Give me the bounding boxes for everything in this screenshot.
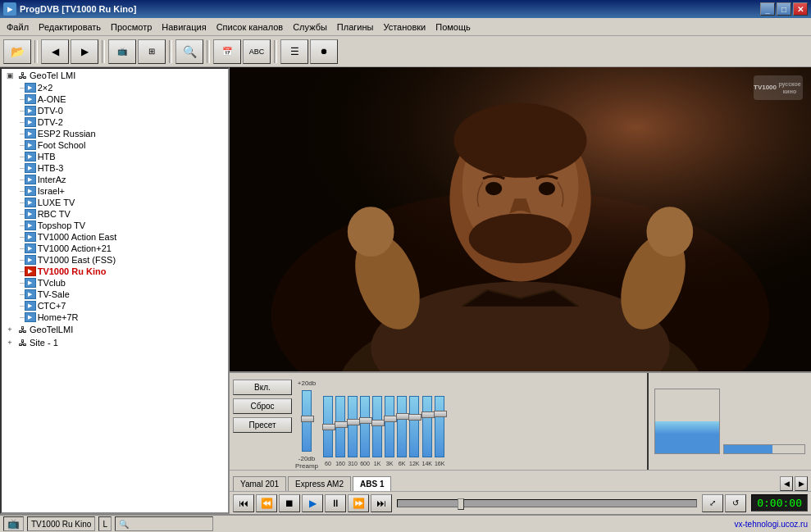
tree-item-israel[interactable]: ─ ▶ Israel+ <box>2 185 228 197</box>
maximize-button[interactable]: □ <box>777 2 791 16</box>
expand-icon-1: ▣ <box>3 70 16 81</box>
toolbar-btn-list[interactable]: ☰ <box>280 39 308 64</box>
toolbar-btn-video[interactable]: 📺 <box>108 39 136 64</box>
tree-item-ntv[interactable]: ─ ▶ НТВ <box>2 151 228 162</box>
eq-preset-button[interactable]: Пресет <box>233 417 292 433</box>
menu-settings[interactable]: Установки <box>378 20 431 34</box>
toolbar-btn-search[interactable]: 🔍 <box>175 39 203 64</box>
channel-icon-tvsale: ▶ <box>25 289 36 299</box>
tree-item-home7r[interactable]: ─ ▶ Home+7R <box>2 311 228 323</box>
tree-root-2[interactable]: + 🖧 GeoTelLMI <box>2 323 228 336</box>
close-button[interactable]: ✕ <box>793 2 808 16</box>
tab-next-button[interactable]: ▶ <box>795 476 808 491</box>
video-area[interactable]: TV1000 русское кино <box>230 67 811 371</box>
transport-skip-back[interactable]: ⏮ <box>233 494 254 512</box>
toolbar-btn-aspect[interactable]: ⊞ <box>138 39 166 64</box>
menu-services[interactable]: Службы <box>288 20 332 34</box>
status-channel-name: TV1000 Ru Kino <box>31 520 91 529</box>
eq-level-meters <box>647 373 811 470</box>
toolbar-btn-prev[interactable]: ◀ <box>41 39 69 64</box>
minimize-button[interactable]: _ <box>760 2 775 16</box>
tree-root-3[interactable]: + 🖧 Site - 1 <box>2 336 228 349</box>
status-search-segment[interactable]: 🔍 <box>115 516 213 531</box>
tree-item-foot[interactable]: ─ ▶ Foot School <box>2 139 228 151</box>
menu-view[interactable]: Просмотр <box>106 20 157 34</box>
tree-item-ctc7[interactable]: ─ ▶ СТС+7 <box>2 300 228 311</box>
eq-preamp-thumb[interactable] <box>301 416 314 422</box>
toolbar-btn-epg[interactable]: 📅 <box>213 39 241 64</box>
transport-next-frame[interactable]: ⏩ <box>348 494 369 512</box>
tree-item-aone[interactable]: ─ ▶ A-ONE <box>2 93 228 105</box>
tree-item-topshop[interactable]: ─ ▶ Topshop TV <box>2 220 228 231</box>
transport-pause[interactable]: ⏸ <box>325 494 346 512</box>
channel-icon-2x2: ▶ <box>25 83 36 93</box>
tree-item-luxe[interactable]: ─ ▶ LUXE TV <box>2 197 228 208</box>
tree-item-tv1000a21[interactable]: ─ ▶ TV1000 Action+21 <box>2 243 228 254</box>
channel-label-aone: A-ONE <box>38 94 66 104</box>
transport-play[interactable]: ▶ <box>302 494 323 512</box>
seek-thumb[interactable] <box>458 498 464 510</box>
tree-root-1[interactable]: ▣ 🖧 GeoTel LMI <box>2 69 228 82</box>
toolbar-btn-1[interactable]: 📂 <box>3 39 31 64</box>
menu-channels[interactable]: Список каналов <box>212 20 289 34</box>
toolbar-separator-3 <box>169 40 172 63</box>
eq-reset-button[interactable]: Сброс <box>233 398 292 414</box>
tree-item-2x2[interactable]: ─ ▶ 2×2 <box>2 82 228 93</box>
menu-file[interactable]: Файл <box>2 20 34 34</box>
menu-plugins[interactable]: Плагины <box>332 20 379 34</box>
tree-item-tvsale[interactable]: ─ ▶ TV-Sale <box>2 289 228 300</box>
eq-on-button[interactable]: Вкл. <box>233 380 292 395</box>
eq-band-12k: 12K <box>409 396 419 466</box>
eq-band-600: 600 <box>360 396 370 466</box>
tree-item-esp2[interactable]: ─ ▶ ESP2 Russian <box>2 128 228 139</box>
tree-item-ntv3[interactable]: ─ ▶ НТВ-3 <box>2 162 228 174</box>
tree-item-tvclub[interactable]: ─ ▶ TVclub <box>2 277 228 289</box>
expand-icon-2: + <box>3 324 16 335</box>
svg-point-12 <box>453 103 586 178</box>
tab-yamal[interactable]: Yamal 201 <box>233 476 286 491</box>
tab-express[interactable]: Express AM2 <box>288 476 351 491</box>
channel-icon-tv1000ae: ▶ <box>25 232 36 242</box>
transport-aspect-btn[interactable]: ⤢ <box>702 494 723 512</box>
transport-prev-frame[interactable]: ⏪ <box>256 494 277 512</box>
toolbar-btn-rec[interactable]: ⏺ <box>310 39 338 64</box>
tree-item-rbc[interactable]: ─ ▶ RBC TV <box>2 208 228 220</box>
status-icon-segment: 📺 <box>3 516 24 531</box>
title-bar: ▶ ProgDVB [TV1000 Ru Kino] _ □ ✕ <box>0 0 811 18</box>
eq-band-3k: 3K <box>385 396 394 466</box>
channel-icon-rbc: ▶ <box>25 209 36 219</box>
tab-navigation: ◀ ▶ <box>780 476 808 491</box>
tree-item-tv1000ae[interactable]: ─ ▶ TV1000 Action East <box>2 231 228 243</box>
channel-label-tv1000a21: TV1000 Action+21 <box>38 243 112 253</box>
seek-bar[interactable] <box>397 499 697 507</box>
tab-prev-button[interactable]: ◀ <box>780 476 793 491</box>
transport-refresh-btn[interactable]: ↺ <box>725 494 746 512</box>
menu-help[interactable]: Помощь <box>431 20 476 34</box>
tree-item-interaz[interactable]: ─ ▶ InterAz <box>2 174 228 185</box>
channel-list-panel[interactable]: ▣ 🖧 GeoTel LMI ─ ▶ 2×2 ─ ▶ A-ONE ─ ▶ DTV… <box>0 67 230 514</box>
eq-band-6k-label: 6K <box>399 461 406 466</box>
transport-skip-fwd[interactable]: ⏭ <box>371 494 392 512</box>
menu-edit[interactable]: Редактировать <box>34 20 106 34</box>
eq-band-12k-label: 12K <box>409 461 419 466</box>
tree-item-dtv2[interactable]: ─ ▶ DTV-2 <box>2 116 228 128</box>
toolbar-btn-next[interactable]: ▶ <box>71 39 98 64</box>
toolbar-btn-abc[interactable]: ABC <box>243 39 271 64</box>
tree-item-tv1000rk[interactable]: ─ ▶ TV1000 Ru Kino <box>2 266 228 277</box>
tab-bar: Yamal 201 Express AM2 ABS 1 ◀ ▶ <box>230 470 811 491</box>
status-bar: 📺 TV1000 Ru Kino L 🔍 vx-tehnologi.ucoz.r… <box>0 514 811 532</box>
transport-stop[interactable]: ⏹ <box>279 494 300 512</box>
status-signal-segment: L <box>98 516 112 531</box>
tree-item-tv1000ef[interactable]: ─ ▶ TV1000 East (FSS) <box>2 254 228 266</box>
channel-icon-ntv: ▶ <box>25 152 36 161</box>
window-title: ProgDVB [TV1000 Ru Kino] <box>20 4 136 14</box>
channel-label-dtv2: DTV-2 <box>38 117 63 127</box>
channel-label-foot: Foot School <box>38 140 86 150</box>
menu-navigation[interactable]: Навигация <box>157 20 211 34</box>
tab-abs[interactable]: ABS 1 <box>353 476 391 491</box>
channel-icon-home7r: ▶ <box>25 312 36 322</box>
right-panel: TV1000 русское кино Вкл. Сброс Пресет <box>230 67 811 514</box>
tree-item-dtv0[interactable]: ─ ▶ DTV-0 <box>2 105 228 116</box>
eq-preamp-slider[interactable] <box>302 390 312 452</box>
svg-point-15 <box>469 213 572 263</box>
